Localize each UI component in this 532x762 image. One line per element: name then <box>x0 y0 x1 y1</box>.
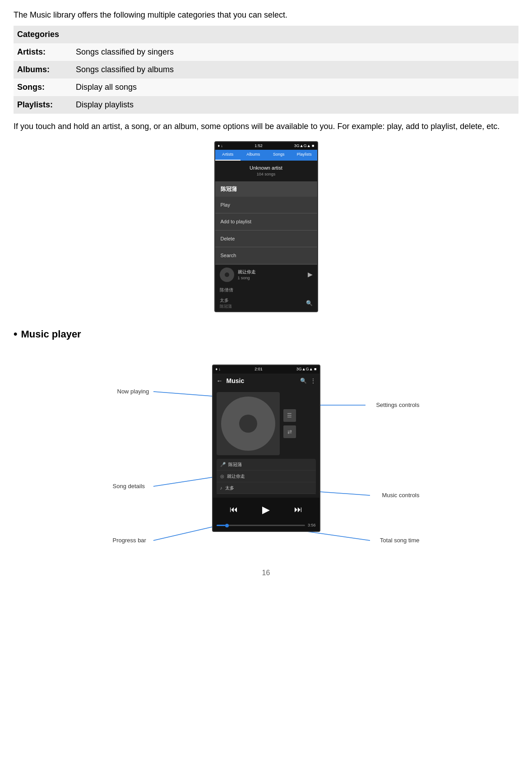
artist-item-unknown[interactable]: Unknown artist 104 songs <box>215 161 317 181</box>
player-title: Music <box>227 376 300 386</box>
playlists-desc: Display playlists <box>72 96 518 114</box>
albums-desc: Songs classified by albums <box>72 61 518 79</box>
song-list-name-0: 陈冠蒲 <box>228 461 312 468</box>
tab-bar[interactable]: Artists Albums Songs Playlists <box>215 150 317 161</box>
svg-line-0 <box>153 392 212 396</box>
progress-time: 3:56 <box>308 522 316 529</box>
intro-text: The Music library offers the following m… <box>14 9 518 21</box>
song-list-player: 🎤 陈冠蒲 ◎ 就让你走 ♪ 太多 <box>217 459 316 494</box>
context-menu-search[interactable]: Search <box>215 247 317 264</box>
categories-header-row: Categories <box>14 26 518 43</box>
context-menu: 陈冠蒲 Play Add to playlist Delete Search <box>215 181 317 264</box>
player-status-time: 2:01 <box>254 366 263 373</box>
tab-playlists[interactable]: Playlists <box>291 150 317 161</box>
svg-line-4 <box>153 527 212 540</box>
music-controls-label: Music controls <box>382 491 419 500</box>
disc-center <box>239 415 257 433</box>
list-item[interactable]: 🎤 陈冠蒲 <box>217 459 316 471</box>
tab-albums[interactable]: Albums <box>241 150 266 161</box>
album-art-area: ☰ ⇄ <box>217 392 316 455</box>
back-button[interactable]: ← <box>217 376 223 386</box>
player-status-right: 3G▲G▲ ■ <box>296 366 317 373</box>
list-item[interactable]: ♪ 太多 <box>217 482 316 494</box>
song-artist-3: 陈冠蒲 <box>220 304 306 310</box>
progress-dot <box>225 524 229 527</box>
player-content: ☰ ⇄ 🎤 陈冠蒲 ◎ 就让你走 ♪ 太多 <box>213 388 319 498</box>
song-info3: 太多 陈冠蒲 <box>220 297 306 310</box>
player-phone: ♦ ↓ 2:01 3G▲G▲ ■ ← Music 🔍 ⋮ <box>212 365 320 532</box>
page-number: 16 <box>14 568 518 578</box>
song-count-1: 1 song <box>238 275 308 282</box>
paragraph2: If you touch and hold an artist, a song,… <box>14 120 518 133</box>
now-playing-label: Now playing <box>117 387 149 396</box>
search-icon[interactable]: 🔍 <box>306 299 313 307</box>
album-art <box>217 392 280 455</box>
song-list-name-2: 太多 <box>225 485 312 491</box>
player-header-icons: 🔍 ⋮ <box>300 377 316 385</box>
context-menu-title: 陈冠蒲 <box>215 181 317 197</box>
context-menu-add-to-playlist[interactable]: Add to playlist <box>215 213 317 231</box>
tab-artists[interactable]: Artists <box>215 150 241 161</box>
progress-bar-track[interactable] <box>217 525 305 526</box>
song-name-3: 太多 <box>220 297 306 304</box>
section-title: • Music player <box>14 326 518 342</box>
song-info: 就让你走 1 song <box>238 268 308 282</box>
total-song-time-label: Total song time <box>380 536 419 545</box>
prev-button[interactable]: ⏮ <box>230 503 238 516</box>
table-row: Artists: Songs classified by singers <box>14 43 518 61</box>
progress-bar-label: Progress bar <box>113 536 146 545</box>
note-icon: ♪ <box>220 485 222 491</box>
more-icon[interactable]: ⋮ <box>310 377 316 385</box>
disc-graphic <box>221 397 275 451</box>
disc-icon: ◎ <box>220 473 224 480</box>
context-menu-play[interactable]: Play <box>215 197 317 214</box>
settings-controls-label: Settings controls <box>376 401 419 410</box>
song-entry-1[interactable]: 就让你走 1 song ▶ <box>215 264 317 285</box>
song-list-name-1: 就让你走 <box>227 473 312 480</box>
player-controls: ⏮ ▶ ⏭ <box>213 498 319 522</box>
categories-table: Categories Artists: Songs classified by … <box>14 26 518 114</box>
song-entry-3[interactable]: 太多 陈冠蒲 🔍 <box>215 295 317 312</box>
player-header: ← Music 🔍 ⋮ <box>213 374 319 388</box>
artist-song-count: 104 songs <box>220 171 313 178</box>
songs-desc: Display all songs <box>72 79 518 96</box>
albums-label: Albums: <box>14 61 72 79</box>
progress-area: 3:56 <box>213 522 319 531</box>
side-controls[interactable]: ☰ ⇄ <box>283 392 296 455</box>
context-menu-delete[interactable]: Delete <box>215 231 317 248</box>
phone-screenshot-container: ♦ ↓ 1:52 3G▲G▲ ■ Artists Albums Songs Pl… <box>14 141 518 313</box>
tab-songs[interactable]: Songs <box>266 150 292 161</box>
play-button[interactable]: ▶ <box>262 502 270 517</box>
songs-label: Songs: <box>14 79 72 96</box>
list-icon[interactable]: ☰ <box>283 409 296 422</box>
svg-line-5 <box>307 531 370 540</box>
song-disc-inner <box>225 272 229 277</box>
progress-bar-fill <box>217 525 226 526</box>
status-left: ♦ ↓ <box>218 143 223 149</box>
play-icon[interactable]: ▶ <box>308 270 313 279</box>
player-status-left: ♦ ↓ <box>216 366 221 373</box>
status-right: 3G▲G▲ ■ <box>294 143 315 149</box>
categories-header-cell: Categories <box>14 26 518 43</box>
next-button[interactable]: ⏭ <box>294 503 302 516</box>
status-bar: ♦ ↓ 1:52 3G▲G▲ ■ <box>215 142 317 150</box>
playlists-label: Playlists: <box>14 96 72 114</box>
song-info2: 陈倩倩 <box>220 286 313 293</box>
search-icon[interactable]: 🔍 <box>300 377 307 385</box>
player-status-bar: ♦ ↓ 2:01 3G▲G▲ ■ <box>213 365 319 374</box>
mic-icon: 🎤 <box>220 461 226 468</box>
player-diagram: Now playing Settings controls Song detai… <box>108 351 424 559</box>
shuffle-icon[interactable]: ⇄ <box>283 425 296 438</box>
bullet: • <box>14 326 17 342</box>
table-row: Songs: Display all songs <box>14 79 518 96</box>
table-row: Playlists: Display playlists <box>14 96 518 114</box>
section-title-text: Music player <box>21 327 81 342</box>
song-disc <box>220 268 234 282</box>
artist-name: Unknown artist <box>220 164 313 172</box>
song-details-label: Song details <box>113 482 145 491</box>
list-item[interactable]: ◎ 就让你走 <box>217 471 316 482</box>
song-entry-2[interactable]: 陈倩倩 <box>215 285 317 295</box>
song-name-1: 就让你走 <box>238 268 308 275</box>
artists-desc: Songs classified by singers <box>72 43 518 61</box>
table-row: Albums: Songs classified by albums <box>14 61 518 79</box>
